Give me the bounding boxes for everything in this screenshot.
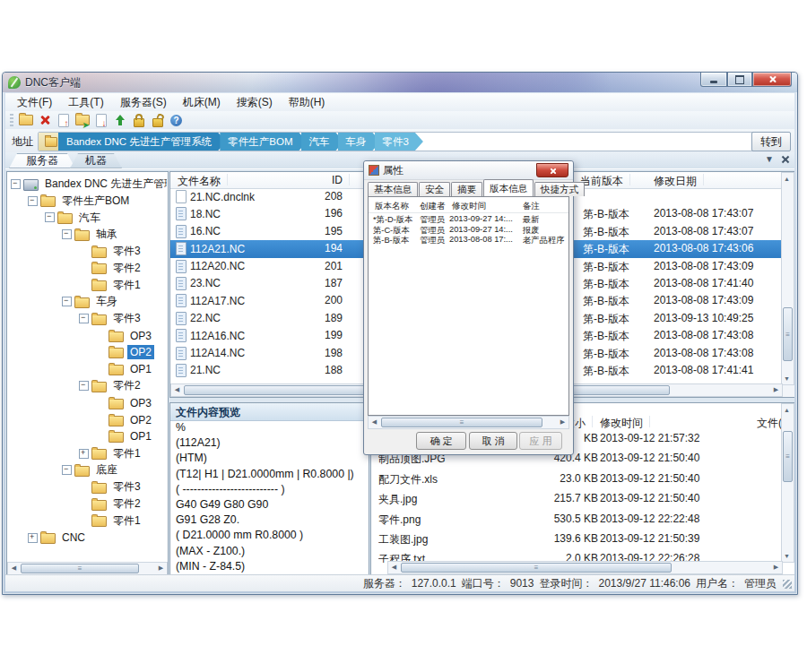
file-list-vertical-scrollbar[interactable]: ▲ ▼ ≡ [781, 172, 794, 385]
tree-node[interactable]: 零件1 [7, 445, 167, 462]
related-files-horizontal-scrollbar[interactable]: ◀ ▶ ≡ [387, 561, 783, 574]
menu-item[interactable]: 帮助(H) [281, 94, 334, 111]
tree-expand-toggle[interactable] [62, 465, 72, 475]
tree-node[interactable]: OP3 [7, 394, 167, 411]
dialog-tab[interactable]: 摘要 [451, 182, 482, 196]
tree-node[interactable]: OP3 [7, 327, 167, 344]
breadcrumb-segment[interactable]: 零件3 [375, 133, 423, 151]
tree-node[interactable]: 零件3 [7, 243, 167, 260]
help-button[interactable]: ? [168, 113, 185, 128]
column-header-date[interactable]: 修改日期 [654, 174, 697, 189]
file-id-cell: 189 [305, 312, 343, 324]
send-folder-button[interactable]: ➤ [74, 113, 91, 128]
tree-node[interactable]: OP2 [7, 411, 167, 428]
dialog-tab[interactable]: 安全 [419, 182, 450, 196]
table-row[interactable]: 第-B-版本 管理员 2013-08-08 17:... 老产品程序 [369, 235, 568, 246]
menu-item[interactable]: 服务器(S) [112, 94, 175, 111]
tree-node[interactable]: OP1 [7, 428, 167, 445]
dialog-tab[interactable]: 快捷方式 [534, 182, 585, 196]
tree-node[interactable]: 车身 [7, 294, 167, 311]
breadcrumb-segment[interactable]: OP2 [417, 133, 460, 151]
menu-item[interactable]: 搜索(S) [229, 94, 281, 111]
related-files-vertical-scrollbar[interactable]: ▲ ▼ ≡ [781, 403, 794, 563]
unlock-button[interactable] [149, 113, 166, 128]
tree-expand-toggle[interactable] [79, 314, 89, 323]
tab-machine[interactable]: 机器 [70, 153, 122, 168]
tree-expand-toggle[interactable] [28, 533, 38, 543]
menu-item[interactable]: 机床(M) [175, 94, 229, 111]
table-row[interactable]: 配刀文件.xls 23.0 KB 2013-09-12 21:50:40 [371, 470, 782, 490]
column-header-modified-time[interactable]: 修改时间 [452, 201, 486, 212]
download-file-button[interactable]: ↓ [92, 113, 109, 128]
tree-node[interactable]: CNC [7, 530, 167, 547]
column-header-creator[interactable]: 创建者 [420, 201, 446, 212]
tree-node[interactable]: OP1 [7, 361, 167, 378]
tree-node[interactable]: OP2 [7, 344, 167, 361]
tree-node[interactable]: 零件2 [7, 260, 167, 277]
column-header-modified[interactable]: 修改时间 [600, 416, 643, 431]
lock-button[interactable] [130, 113, 147, 128]
upload-button[interactable] [111, 113, 128, 128]
breadcrumb-segment[interactable]: 零件生产BOM [220, 133, 307, 151]
tree-node[interactable]: 轴承 [7, 226, 167, 243]
dialog-close-button[interactable] [536, 163, 568, 177]
close-button[interactable] [752, 73, 792, 87]
tree-node[interactable]: 零件生产BOM [7, 193, 167, 210]
tree-node[interactable]: 汽车 [7, 210, 167, 227]
dialog-horizontal-scrollbar[interactable]: ◀ ▶ ≡ [368, 416, 569, 429]
delete-button[interactable] [36, 113, 53, 128]
title-bar[interactable]: DNC客户端 [3, 73, 797, 92]
tree-expand-toggle[interactable] [11, 179, 21, 189]
tab-server[interactable]: 服务器 [9, 153, 75, 168]
ok-button[interactable]: 确 定 [416, 432, 466, 450]
tree-horizontal-scrollbar[interactable]: ◀ ▶ ≡ [7, 562, 168, 575]
tree-expand-toggle[interactable] [79, 381, 89, 391]
tree-expand-toggle[interactable] [28, 196, 38, 206]
column-header-id[interactable]: ID [305, 174, 343, 186]
upload-file-button[interactable]: ↑ [55, 113, 72, 128]
table-row[interactable]: 零件.png 530.5 KB 2013-09-12 22:22:48 [371, 511, 782, 530]
table-row[interactable]: 第-C-版本 管理员 2013-09-27 14:... 报废 [369, 225, 568, 236]
status-port-value: 9013 [510, 577, 534, 590]
status-login-label: 登录时间： [539, 576, 593, 591]
menu-item[interactable]: 工具(T) [60, 94, 111, 111]
tree-node[interactable]: 零件2 [7, 495, 167, 513]
column-header-version-name[interactable]: 版本名称 [375, 201, 409, 212]
preview-line: ( D21.0000 mm R0.8000 ) [170, 528, 369, 543]
close-pane-icon[interactable] [781, 155, 789, 163]
tree-expand-toggle[interactable] [62, 297, 72, 306]
tree-node[interactable]: 零件1 [7, 513, 167, 530]
menu-item[interactable]: 文件(F) [9, 94, 60, 111]
go-button[interactable]: 转到 [751, 132, 791, 151]
breadcrumb-segment[interactable]: Bandex DNC 先进生产管理系统 [58, 133, 226, 151]
tree-node[interactable]: 零件1 [7, 277, 167, 294]
table-row[interactable]: 夹具.jpg 215.7 KB 2013-09-12 21:50:40 [371, 490, 782, 510]
apply-button[interactable]: 应 用 [519, 432, 562, 450]
tree-expand-toggle[interactable] [62, 229, 72, 239]
tree-node[interactable]: 零件3 [7, 478, 167, 495]
tree-node[interactable]: 零件3 [7, 310, 167, 327]
tree-expand-toggle[interactable] [79, 449, 89, 459]
file-id-cell: 195 [305, 225, 343, 237]
breadcrumb-segment[interactable]: 车身 [338, 133, 381, 151]
folder-icon [108, 332, 124, 342]
dialog-tab[interactable]: 版本信息 [483, 179, 534, 196]
tree-node[interactable]: 零件2 [7, 378, 167, 395]
maximize-button[interactable] [727, 73, 752, 87]
new-folder-button[interactable] [17, 113, 34, 128]
tree-expand-toggle[interactable] [45, 212, 55, 222]
minimize-button[interactable] [700, 73, 727, 87]
column-header-version[interactable]: 当前版本 [580, 174, 623, 189]
table-row[interactable]: 工装图.jpg 139.6 KB 2013-09-12 21:50:39 [371, 530, 782, 550]
chevron-down-icon[interactable]: ▼ [765, 154, 774, 164]
cancel-button[interactable]: 取 消 [469, 432, 517, 450]
table-row[interactable]: *第-D-版本 管理员 2013-09-27 14:... 最新 [369, 214, 568, 225]
dialog-tab[interactable]: 基本信息 [368, 182, 418, 196]
breadcrumb-segment[interactable]: 汽车 [301, 133, 344, 151]
resize-grip[interactable] [783, 580, 792, 589]
toolbar-grip[interactable] [10, 114, 13, 126]
tree-node[interactable]: Bandex DNC 先进生产管理系统 [7, 176, 167, 193]
tree-node[interactable]: 底座 [7, 462, 167, 479]
column-header-note[interactable]: 备注 [523, 201, 540, 212]
column-header-name[interactable]: 文件名称 [178, 174, 221, 189]
